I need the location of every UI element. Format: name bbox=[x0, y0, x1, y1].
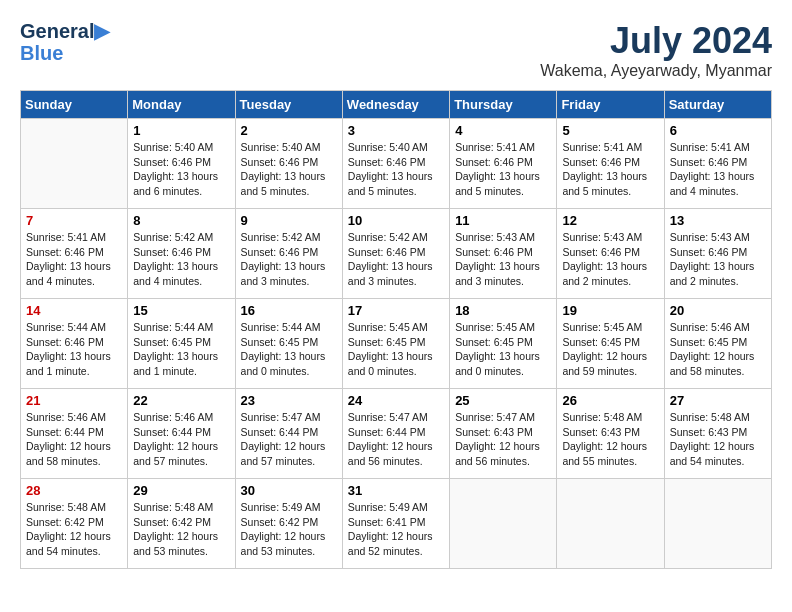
calendar-cell: 13Sunrise: 5:43 AMSunset: 6:46 PMDayligh… bbox=[664, 209, 771, 299]
calendar-cell: 8Sunrise: 5:42 AMSunset: 6:46 PMDaylight… bbox=[128, 209, 235, 299]
calendar-cell: 18Sunrise: 5:45 AMSunset: 6:45 PMDayligh… bbox=[450, 299, 557, 389]
day-info: Sunrise: 5:48 AMSunset: 6:42 PMDaylight:… bbox=[26, 500, 122, 559]
day-number: 19 bbox=[562, 303, 658, 318]
day-number: 30 bbox=[241, 483, 337, 498]
day-info: Sunrise: 5:40 AMSunset: 6:46 PMDaylight:… bbox=[133, 140, 229, 199]
day-info: Sunrise: 5:42 AMSunset: 6:46 PMDaylight:… bbox=[241, 230, 337, 289]
day-info: Sunrise: 5:45 AMSunset: 6:45 PMDaylight:… bbox=[562, 320, 658, 379]
logo-text: General▶ bbox=[20, 20, 109, 42]
day-number: 2 bbox=[241, 123, 337, 138]
calendar-cell: 11Sunrise: 5:43 AMSunset: 6:46 PMDayligh… bbox=[450, 209, 557, 299]
day-number: 24 bbox=[348, 393, 444, 408]
calendar-cell: 20Sunrise: 5:46 AMSunset: 6:45 PMDayligh… bbox=[664, 299, 771, 389]
week-row-1: 1Sunrise: 5:40 AMSunset: 6:46 PMDaylight… bbox=[21, 119, 772, 209]
day-number: 26 bbox=[562, 393, 658, 408]
calendar-cell: 29Sunrise: 5:48 AMSunset: 6:42 PMDayligh… bbox=[128, 479, 235, 569]
day-number: 13 bbox=[670, 213, 766, 228]
day-number: 31 bbox=[348, 483, 444, 498]
calendar-cell: 27Sunrise: 5:48 AMSunset: 6:43 PMDayligh… bbox=[664, 389, 771, 479]
weekday-header-saturday: Saturday bbox=[664, 91, 771, 119]
day-info: Sunrise: 5:49 AMSunset: 6:41 PMDaylight:… bbox=[348, 500, 444, 559]
day-info: Sunrise: 5:43 AMSunset: 6:46 PMDaylight:… bbox=[562, 230, 658, 289]
day-number: 20 bbox=[670, 303, 766, 318]
calendar-cell: 21Sunrise: 5:46 AMSunset: 6:44 PMDayligh… bbox=[21, 389, 128, 479]
day-info: Sunrise: 5:47 AMSunset: 6:44 PMDaylight:… bbox=[241, 410, 337, 469]
calendar-table: SundayMondayTuesdayWednesdayThursdayFrid… bbox=[20, 90, 772, 569]
calendar-cell: 19Sunrise: 5:45 AMSunset: 6:45 PMDayligh… bbox=[557, 299, 664, 389]
calendar-cell: 22Sunrise: 5:46 AMSunset: 6:44 PMDayligh… bbox=[128, 389, 235, 479]
calendar-cell bbox=[21, 119, 128, 209]
calendar-cell: 24Sunrise: 5:47 AMSunset: 6:44 PMDayligh… bbox=[342, 389, 449, 479]
weekday-header-thursday: Thursday bbox=[450, 91, 557, 119]
calendar-cell: 30Sunrise: 5:49 AMSunset: 6:42 PMDayligh… bbox=[235, 479, 342, 569]
calendar-cell: 17Sunrise: 5:45 AMSunset: 6:45 PMDayligh… bbox=[342, 299, 449, 389]
day-info: Sunrise: 5:44 AMSunset: 6:45 PMDaylight:… bbox=[241, 320, 337, 379]
day-number: 9 bbox=[241, 213, 337, 228]
weekday-header-friday: Friday bbox=[557, 91, 664, 119]
calendar-cell: 16Sunrise: 5:44 AMSunset: 6:45 PMDayligh… bbox=[235, 299, 342, 389]
day-info: Sunrise: 5:44 AMSunset: 6:46 PMDaylight:… bbox=[26, 320, 122, 379]
weekday-header-tuesday: Tuesday bbox=[235, 91, 342, 119]
day-number: 29 bbox=[133, 483, 229, 498]
day-number: 4 bbox=[455, 123, 551, 138]
day-info: Sunrise: 5:46 AMSunset: 6:44 PMDaylight:… bbox=[26, 410, 122, 469]
calendar-cell: 15Sunrise: 5:44 AMSunset: 6:45 PMDayligh… bbox=[128, 299, 235, 389]
day-info: Sunrise: 5:44 AMSunset: 6:45 PMDaylight:… bbox=[133, 320, 229, 379]
logo: General▶ Blue bbox=[20, 20, 109, 64]
title-block: July 2024 Wakema, Ayeyarwady, Myanmar bbox=[540, 20, 772, 80]
day-info: Sunrise: 5:41 AMSunset: 6:46 PMDaylight:… bbox=[562, 140, 658, 199]
calendar-cell: 1Sunrise: 5:40 AMSunset: 6:46 PMDaylight… bbox=[128, 119, 235, 209]
calendar-cell: 9Sunrise: 5:42 AMSunset: 6:46 PMDaylight… bbox=[235, 209, 342, 299]
calendar-cell: 10Sunrise: 5:42 AMSunset: 6:46 PMDayligh… bbox=[342, 209, 449, 299]
calendar-cell bbox=[450, 479, 557, 569]
weekday-header-wednesday: Wednesday bbox=[342, 91, 449, 119]
day-number: 10 bbox=[348, 213, 444, 228]
day-number: 16 bbox=[241, 303, 337, 318]
day-number: 22 bbox=[133, 393, 229, 408]
calendar-cell: 5Sunrise: 5:41 AMSunset: 6:46 PMDaylight… bbox=[557, 119, 664, 209]
day-number: 3 bbox=[348, 123, 444, 138]
logo-subtext: Blue bbox=[20, 42, 109, 64]
calendar-cell: 14Sunrise: 5:44 AMSunset: 6:46 PMDayligh… bbox=[21, 299, 128, 389]
calendar-cell: 7Sunrise: 5:41 AMSunset: 6:46 PMDaylight… bbox=[21, 209, 128, 299]
day-info: Sunrise: 5:48 AMSunset: 6:43 PMDaylight:… bbox=[670, 410, 766, 469]
day-number: 25 bbox=[455, 393, 551, 408]
day-number: 8 bbox=[133, 213, 229, 228]
calendar-cell: 31Sunrise: 5:49 AMSunset: 6:41 PMDayligh… bbox=[342, 479, 449, 569]
week-row-5: 28Sunrise: 5:48 AMSunset: 6:42 PMDayligh… bbox=[21, 479, 772, 569]
weekday-header-row: SundayMondayTuesdayWednesdayThursdayFrid… bbox=[21, 91, 772, 119]
calendar-cell: 12Sunrise: 5:43 AMSunset: 6:46 PMDayligh… bbox=[557, 209, 664, 299]
day-info: Sunrise: 5:46 AMSunset: 6:45 PMDaylight:… bbox=[670, 320, 766, 379]
day-info: Sunrise: 5:40 AMSunset: 6:46 PMDaylight:… bbox=[241, 140, 337, 199]
day-info: Sunrise: 5:43 AMSunset: 6:46 PMDaylight:… bbox=[455, 230, 551, 289]
day-number: 28 bbox=[26, 483, 122, 498]
month-title: July 2024 bbox=[540, 20, 772, 62]
day-info: Sunrise: 5:42 AMSunset: 6:46 PMDaylight:… bbox=[348, 230, 444, 289]
day-info: Sunrise: 5:40 AMSunset: 6:46 PMDaylight:… bbox=[348, 140, 444, 199]
day-info: Sunrise: 5:49 AMSunset: 6:42 PMDaylight:… bbox=[241, 500, 337, 559]
weekday-header-sunday: Sunday bbox=[21, 91, 128, 119]
calendar-cell: 25Sunrise: 5:47 AMSunset: 6:43 PMDayligh… bbox=[450, 389, 557, 479]
day-info: Sunrise: 5:45 AMSunset: 6:45 PMDaylight:… bbox=[348, 320, 444, 379]
day-info: Sunrise: 5:41 AMSunset: 6:46 PMDaylight:… bbox=[670, 140, 766, 199]
day-info: Sunrise: 5:47 AMSunset: 6:43 PMDaylight:… bbox=[455, 410, 551, 469]
calendar-cell: 6Sunrise: 5:41 AMSunset: 6:46 PMDaylight… bbox=[664, 119, 771, 209]
day-number: 14 bbox=[26, 303, 122, 318]
day-info: Sunrise: 5:47 AMSunset: 6:44 PMDaylight:… bbox=[348, 410, 444, 469]
calendar-cell: 28Sunrise: 5:48 AMSunset: 6:42 PMDayligh… bbox=[21, 479, 128, 569]
day-number: 23 bbox=[241, 393, 337, 408]
day-number: 27 bbox=[670, 393, 766, 408]
day-number: 17 bbox=[348, 303, 444, 318]
calendar-cell: 23Sunrise: 5:47 AMSunset: 6:44 PMDayligh… bbox=[235, 389, 342, 479]
day-number: 15 bbox=[133, 303, 229, 318]
day-number: 18 bbox=[455, 303, 551, 318]
day-number: 5 bbox=[562, 123, 658, 138]
calendar-cell: 2Sunrise: 5:40 AMSunset: 6:46 PMDaylight… bbox=[235, 119, 342, 209]
location-subtitle: Wakema, Ayeyarwady, Myanmar bbox=[540, 62, 772, 80]
day-info: Sunrise: 5:41 AMSunset: 6:46 PMDaylight:… bbox=[455, 140, 551, 199]
day-info: Sunrise: 5:42 AMSunset: 6:46 PMDaylight:… bbox=[133, 230, 229, 289]
calendar-cell: 4Sunrise: 5:41 AMSunset: 6:46 PMDaylight… bbox=[450, 119, 557, 209]
day-number: 21 bbox=[26, 393, 122, 408]
calendar-cell bbox=[664, 479, 771, 569]
day-info: Sunrise: 5:48 AMSunset: 6:43 PMDaylight:… bbox=[562, 410, 658, 469]
